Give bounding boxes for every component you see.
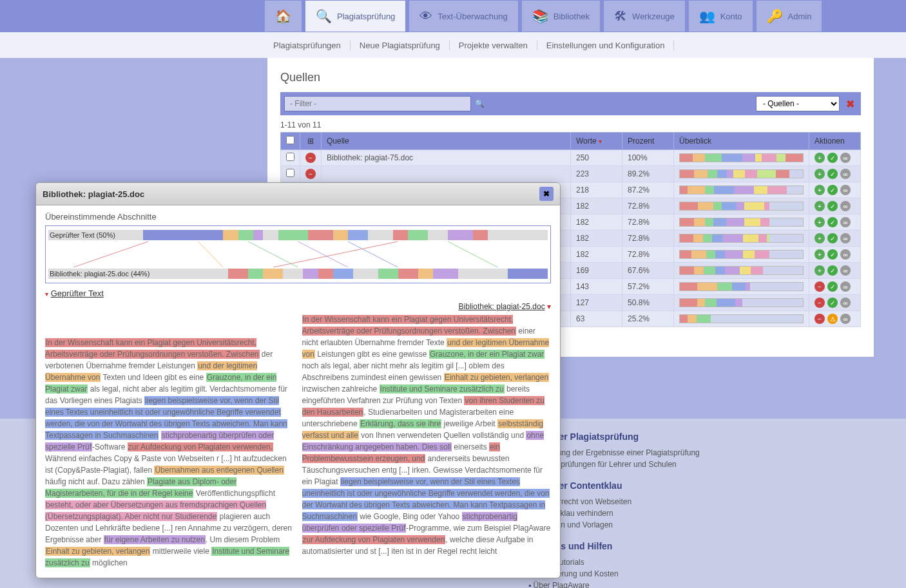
footer-heading: Ratgeber Contentklau (528, 480, 874, 491)
row-prozent: 50.8% (622, 295, 674, 311)
nav-plagiat[interactable]: 🔍Plagiatsprüfung (305, 0, 406, 32)
action-remove-icon[interactable]: − (814, 298, 825, 308)
action-link-icon[interactable]: ∞ (840, 298, 851, 308)
col-ueberblick[interactable]: Überblick (674, 133, 809, 150)
row-overview (674, 247, 809, 263)
sub-nav: Plagiatsprüfungen Neue Plagiatsprüfung P… (0, 32, 906, 58)
action-check-icon[interactable]: ✓ (827, 233, 838, 243)
row-status-icon[interactable]: − (300, 166, 322, 182)
row-overview (674, 279, 809, 295)
action-link-icon[interactable]: ∞ (840, 249, 851, 260)
action-add-icon[interactable]: + (814, 217, 825, 227)
row-worte: 182 (571, 247, 622, 263)
nav-werkzeuge[interactable]: 🛠Werkzeuge (603, 0, 686, 32)
footer-link[interactable]: Leitfaden und Vorlagen (528, 519, 874, 531)
col-quelle[interactable]: Quelle (322, 133, 571, 150)
action-check-icon[interactable]: ✓ (827, 281, 838, 292)
col-aktionen[interactable]: Aktionen (809, 133, 861, 150)
nav-label: Plagiatsprüfung (337, 12, 395, 21)
subnav-item[interactable]: Plagiatsprüfungen (264, 41, 351, 50)
footer-link[interactable]: Urheberrecht von Webseiten (528, 496, 874, 507)
row-checkbox[interactable] (281, 150, 300, 166)
action-link-icon[interactable]: ∞ (840, 314, 851, 324)
footer-link[interactable]: Über PlagAware (528, 580, 874, 588)
toggle-source-text[interactable]: Bibliothek: plagiat-25.doc ▾ (45, 302, 551, 311)
section-title: Quellen (280, 71, 861, 84)
toggle-checked-text[interactable]: ▾ Geprüfter Text (45, 289, 551, 298)
action-link-icon[interactable]: ∞ (840, 185, 851, 195)
action-link-icon[interactable]: ∞ (840, 265, 851, 276)
nav-home[interactable]: 🏠 (264, 0, 302, 32)
subnav-item[interactable]: Neue Plagiatsprüfung (351, 41, 450, 50)
row-worte: 63 (571, 311, 622, 327)
subnav-item[interactable]: Einstellungen und Konfiguration (537, 41, 675, 50)
row-prozent: 25.2% (622, 311, 674, 327)
footer-link[interactable]: Video Tutorials (528, 556, 874, 568)
subnav-item[interactable]: Projekte verwalten (450, 41, 537, 50)
action-check-icon[interactable]: ✓ (827, 298, 838, 308)
match-overview: Geprüfter Text (50%) (45, 225, 551, 283)
row-worte: 182 (571, 231, 622, 247)
footer-link[interactable]: Bewertung der Ergebnisse einer Plagiatsp… (528, 447, 874, 459)
dialog-header[interactable]: Bibliothek: plagiat-25.doc ✖ (36, 183, 560, 205)
action-check-icon[interactable]: ✓ (827, 265, 838, 276)
nav-admin[interactable]: 🔑Admin (756, 0, 823, 32)
col-worte[interactable]: Worte (571, 133, 622, 150)
clear-filter-icon[interactable]: ✖ (843, 98, 857, 110)
action-add-icon[interactable]: + (814, 265, 825, 276)
action-add-icon[interactable]: + (814, 169, 825, 179)
action-link-icon[interactable]: ∞ (840, 169, 851, 179)
row-overview (674, 311, 809, 327)
action-add-icon[interactable]: + (814, 153, 825, 163)
sources-dropdown[interactable]: - Quellen - (756, 96, 840, 111)
match-row-label: Bibliothek: plagiat-25.doc (44%) (50, 270, 149, 278)
row-worte: 223 (571, 166, 622, 182)
dialog-subtitle: Übereinstimmende Abschnitte (45, 212, 551, 222)
svg-line-0 (73, 242, 148, 267)
row-actions: −✓∞ (809, 279, 861, 295)
row-prozent: 87.2% (622, 182, 674, 198)
col-prozent[interactable]: Prozent (622, 133, 674, 150)
row-quelle[interactable] (322, 166, 571, 182)
action-check-icon[interactable]: ✓ (827, 169, 838, 179)
row-actions: +✓∞ (809, 231, 861, 247)
row-worte: 127 (571, 295, 622, 311)
row-quelle[interactable]: Bibliothek: plagiat-75.doc (322, 150, 571, 166)
action-add-icon[interactable]: + (814, 201, 825, 211)
search-icon[interactable]: 🔍 (475, 99, 485, 108)
footer-link[interactable]: Plagiatsprüfungen für Lehrer und Schulen (528, 459, 874, 470)
row-checkbox[interactable] (281, 166, 300, 182)
action-check-icon[interactable]: ✓ (827, 153, 838, 163)
close-icon[interactable]: ✖ (539, 187, 554, 201)
action-link-icon[interactable]: ∞ (840, 281, 851, 292)
footer-link[interactable]: Lizenzierung und Kosten (528, 568, 874, 580)
action-link-icon[interactable]: ∞ (840, 233, 851, 243)
nav-text[interactable]: 👁Text-Überwachung (409, 0, 518, 32)
action-remove-icon[interactable]: − (814, 314, 825, 324)
action-check-icon[interactable]: ✓ (827, 201, 838, 211)
nav-konto[interactable]: 👥Konto (688, 0, 753, 32)
action-add-icon[interactable]: + (814, 233, 825, 243)
action-check-icon[interactable]: ✓ (827, 217, 838, 227)
checked-text-column: In der Wissenschaft kann ein Plagiat geg… (45, 314, 294, 569)
row-prozent: 72.8% (622, 231, 674, 247)
row-overview (674, 182, 809, 198)
footer-link[interactable]: Contentklau verhindern (528, 507, 874, 519)
action-check-icon[interactable]: ✓ (827, 185, 838, 195)
action-remove-icon[interactable]: − (814, 281, 825, 292)
action-link-icon[interactable]: ∞ (840, 201, 851, 211)
row-status-icon[interactable]: − (300, 150, 322, 166)
col-expand[interactable]: ⊞ (300, 133, 322, 150)
row-overview (674, 263, 809, 279)
row-prozent: 67.6% (622, 263, 674, 279)
nav-label: Werkzeuge (632, 12, 675, 21)
action-add-icon[interactable]: + (814, 185, 825, 195)
filter-input[interactable] (284, 96, 471, 111)
col-checkbox[interactable] (281, 133, 300, 150)
action-link-icon[interactable]: ∞ (840, 217, 851, 227)
action-add-icon[interactable]: + (814, 249, 825, 260)
action-warn-icon[interactable]: ⚠ (827, 314, 838, 324)
action-link-icon[interactable]: ∞ (840, 153, 851, 163)
action-check-icon[interactable]: ✓ (827, 249, 838, 260)
nav-bibliothek[interactable]: 📚Bibliothek (521, 0, 601, 32)
